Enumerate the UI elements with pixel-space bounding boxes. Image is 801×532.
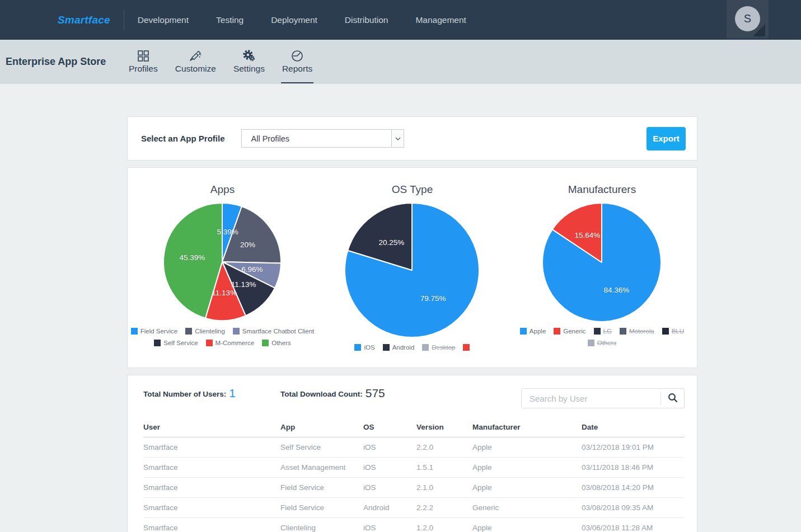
cell-date: 03/08/2018 09:35 AM xyxy=(582,497,685,517)
legend-item-m-commerce[interactable]: M-Commerce xyxy=(206,340,255,346)
table-header-row: UserAppOSVersionManufacturerDate xyxy=(143,417,685,437)
total-downloads-stat: Total Download Count: 575 xyxy=(280,388,385,400)
search-button[interactable] xyxy=(661,392,684,405)
column-header-app: App xyxy=(280,417,363,437)
legend-label: LG xyxy=(603,328,612,335)
legend-item-ios[interactable]: iOS xyxy=(354,344,374,351)
os-pie-chart: 79.75%20.25% xyxy=(345,203,479,337)
total-downloads-value: 575 xyxy=(366,387,385,400)
grid-icon xyxy=(137,50,149,62)
legend-label: BLU xyxy=(672,328,684,335)
table-row: SmartfaceField ServiceAndroid2.2.2Generi… xyxy=(143,497,685,517)
avatar-dropdown-caret xyxy=(753,24,765,36)
legend-item-clienteling[interactable]: Clienteling xyxy=(185,328,225,335)
manufacturers-chart-column: Manufacturers 84.36%15.64% AppleGenericL… xyxy=(507,168,697,368)
cell-version: 2.2.2 xyxy=(416,497,472,517)
user-avatar[interactable]: S xyxy=(727,0,769,38)
tab-settings[interactable]: Settings xyxy=(232,50,266,74)
nav-item-distribution[interactable]: Distribution xyxy=(345,15,388,25)
nav-item-development[interactable]: Development xyxy=(138,15,189,25)
brand-logo[interactable]: Smartface xyxy=(58,14,110,26)
cell-user: Smartface xyxy=(143,437,280,457)
legend-swatch xyxy=(594,328,601,335)
legend-item-unnamed[interactable] xyxy=(463,344,470,351)
apps-chart-legend: Field ServiceClientelingSmartface Chatbo… xyxy=(129,328,316,346)
cell-date: 03/11/2018 18:46 PM xyxy=(582,457,685,477)
legend-item-desktop[interactable]: Desktop xyxy=(422,344,455,351)
tab-label: Customize xyxy=(175,64,216,74)
cell-app: Clienteling xyxy=(280,517,363,532)
cell-version: 1.5.1 xyxy=(416,457,472,477)
apps-chart-column: Apps 5.39%20%6.96%11.13%11.13%45.39% Fie… xyxy=(128,168,317,368)
manufacturers-pie-chart: 84.36%15.64% xyxy=(542,203,661,322)
legend-label: iOS xyxy=(364,344,374,351)
legend-item-field-service[interactable]: Field Service xyxy=(131,328,177,335)
tab-label: Settings xyxy=(233,64,265,74)
legend-label: Others xyxy=(271,340,291,346)
manufacturers-chart-legend: AppleGenericLGMotorolaBLUOthers xyxy=(508,328,695,346)
cell-os: iOS xyxy=(363,437,416,457)
os-chart-legend: iOSAndroidDesktop xyxy=(318,344,505,351)
nav-item-testing[interactable]: Testing xyxy=(216,15,243,25)
cell-user: Smartface xyxy=(143,497,280,517)
apps-pie-chart: 5.39%20%6.96%11.13%11.13%45.39% xyxy=(163,203,281,321)
legend-item-others[interactable]: Others xyxy=(588,340,617,346)
legend-item-others[interactable]: Others xyxy=(262,340,291,346)
search-input[interactable] xyxy=(522,389,661,408)
total-downloads-label: Total Download Count: xyxy=(280,390,363,398)
cell-manufacturer: Apple xyxy=(472,517,582,532)
table-row: SmartfaceAsset ManagementiOS1.5.1Apple03… xyxy=(143,457,685,477)
legend-label: Field Service xyxy=(140,328,177,335)
profile-select-panel: Select an App Profile All Profiles Expor… xyxy=(127,116,697,161)
export-button[interactable]: Export xyxy=(647,127,686,150)
downloads-panel: Total Number of Users: 1 Total Download … xyxy=(127,375,697,532)
legend-item-generic[interactable]: Generic xyxy=(554,328,585,335)
legend-label: Android xyxy=(392,344,415,351)
legend-item-blu[interactable]: BLU xyxy=(662,328,684,335)
os-chart-column: OS Type 79.75%20.25% iOSAndroidDesktop xyxy=(317,168,507,368)
user-search-box xyxy=(521,388,685,408)
cell-manufacturer: Apple xyxy=(472,477,582,497)
chart-title: Manufacturers xyxy=(507,183,697,196)
charts-panel: Apps 5.39%20%6.96%11.13%11.13%45.39% Fie… xyxy=(127,167,697,368)
cell-date: 03/06/2018 11:28 AM xyxy=(582,517,685,532)
nav-item-deployment[interactable]: Deployment xyxy=(271,15,317,25)
gear-icon xyxy=(242,50,256,62)
table-row: SmartfaceField ServiceiOS2.1.0Apple03/08… xyxy=(143,477,685,497)
page-title: Enterprise App Store xyxy=(6,56,128,68)
legend-item-smartface-chatbot-client[interactable]: Smartface Chatbot Client xyxy=(233,328,314,335)
legend-swatch xyxy=(233,328,240,335)
downloads-table: UserAppOSVersionManufacturerDate Smartfa… xyxy=(143,417,685,532)
tab-reports[interactable]: Reports xyxy=(281,50,313,74)
section-tabs: ProfilesCustomizeSettingsReports xyxy=(128,50,313,74)
avatar-initial: S xyxy=(744,12,751,25)
cell-os: iOS xyxy=(363,477,416,497)
legend-swatch xyxy=(620,328,626,335)
total-users-stat: Total Number of Users: 1 xyxy=(143,388,280,400)
cell-os: iOS xyxy=(363,517,416,532)
tab-profiles[interactable]: Profiles xyxy=(128,50,159,74)
cell-app: Self Service xyxy=(280,437,363,457)
legend-swatch xyxy=(422,344,429,351)
tab-customize[interactable]: Customize xyxy=(174,50,217,74)
legend-label: Generic xyxy=(563,328,585,335)
nav-item-management[interactable]: Management xyxy=(415,15,466,25)
legend-swatch xyxy=(354,344,361,351)
legend-item-android[interactable]: Android xyxy=(383,344,415,351)
app-profile-select[interactable]: All Profiles xyxy=(241,129,404,148)
legend-item-lg[interactable]: LG xyxy=(594,328,612,335)
column-header-os: OS xyxy=(363,417,416,437)
cell-user: Smartface xyxy=(143,517,280,532)
chart-title: Apps xyxy=(128,183,317,196)
selected-profile-value: All Profiles xyxy=(242,134,289,143)
legend-item-self-service[interactable]: Self Service xyxy=(154,340,198,346)
legend-swatch xyxy=(262,340,269,346)
legend-item-apple[interactable]: Apple xyxy=(520,328,546,335)
cell-date: 03/08/2018 14:20 PM xyxy=(582,477,685,497)
cell-manufacturer: Generic xyxy=(472,497,582,517)
cell-user: Smartface xyxy=(143,477,280,497)
legend-item-motorola[interactable]: Motorola xyxy=(620,328,654,335)
profile-select-label: Select an App Profile xyxy=(141,134,224,143)
legend-label: Apple xyxy=(530,328,546,335)
clock-icon xyxy=(291,50,303,62)
